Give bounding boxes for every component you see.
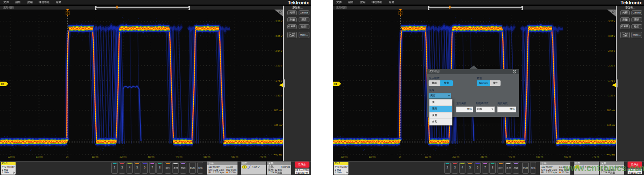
svg-text:330 ns: 330 ns — [148, 155, 155, 158]
svg-text:C1: C1 — [334, 83, 338, 86]
svg-text:3.08 V: 3.08 V — [608, 35, 615, 37]
svg-text:660 ns: 660 ns — [231, 155, 238, 158]
svg-text:330 ns: 330 ns — [481, 155, 488, 158]
svg-text:3.52 V: 3.52 V — [276, 20, 283, 23]
svg-text:880 mV: 880 mV — [607, 109, 615, 112]
svg-text:C1: C1 — [1, 83, 5, 86]
svg-text:T: T — [400, 12, 401, 15]
svg-text:T: T — [67, 12, 68, 15]
svg-text:220 ns: 220 ns — [120, 155, 127, 158]
svg-text:3.08 V: 3.08 V — [276, 35, 283, 37]
svg-text:110 ns: 110 ns — [425, 155, 432, 158]
svg-text:3.52 V: 3.52 V — [608, 20, 615, 23]
svg-text:440 ns: 440 ns — [176, 155, 182, 158]
svg-text:0s: 0s — [399, 155, 401, 158]
svg-text:2.20 V: 2.20 V — [276, 64, 283, 67]
svg-text:1.32 V: 1.32 V — [276, 94, 283, 97]
svg-text:110 ns: 110 ns — [92, 155, 99, 158]
svg-text:770 ns: 770 ns — [260, 155, 267, 158]
svg-text:660 ns: 660 ns — [564, 155, 571, 158]
svg-text:1.76 V: 1.76 V — [608, 79, 615, 82]
svg-text:440 mV: 440 mV — [607, 124, 615, 126]
svg-text:2.64 V: 2.64 V — [608, 50, 615, 52]
svg-text:220 ns: 220 ns — [452, 155, 459, 158]
svg-text:0s: 0s — [66, 155, 68, 158]
svg-text:550 ns: 550 ns — [204, 155, 211, 158]
svg-text:-220 ns: -220 ns — [340, 155, 348, 158]
svg-text:440 mV: 440 mV — [274, 124, 283, 126]
svg-text:880 mV: 880 mV — [274, 109, 283, 112]
svg-text:550 ns: 550 ns — [537, 155, 543, 158]
svg-text:770 ns: 770 ns — [592, 155, 599, 158]
svg-text:2.64 V: 2.64 V — [276, 50, 283, 52]
svg-text:-110 ns: -110 ns — [35, 155, 43, 158]
svg-text:-440 mV: -440 mV — [273, 153, 283, 156]
svg-text:-220 ns: -220 ns — [7, 155, 15, 158]
svg-text:2.20 V: 2.20 V — [608, 64, 615, 67]
svg-text:1.32 V: 1.32 V — [608, 94, 615, 97]
svg-text:1.76 V: 1.76 V — [276, 79, 283, 82]
svg-text:440 ns: 440 ns — [508, 155, 515, 158]
svg-text:-440 mV: -440 mV — [606, 153, 615, 156]
svg-text:-110 ns: -110 ns — [368, 155, 376, 158]
